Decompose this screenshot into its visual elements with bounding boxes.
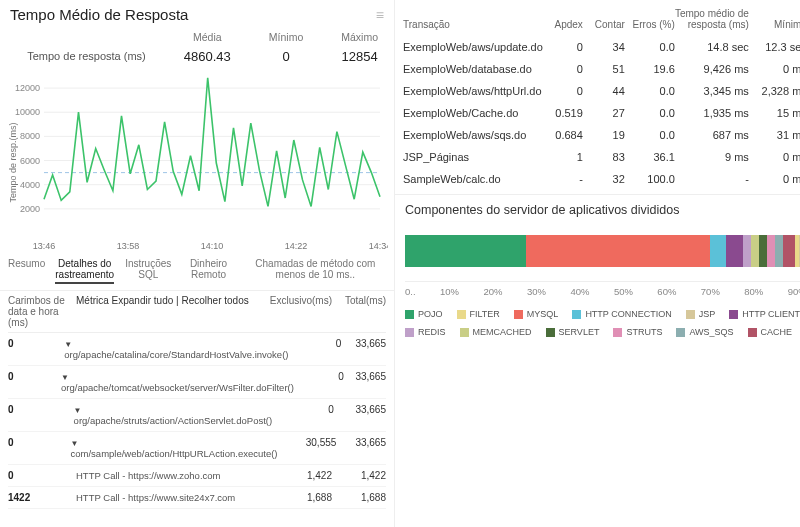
stacked-bar-chart[interactable] xyxy=(405,235,800,267)
td-err: 0.0 xyxy=(625,41,675,53)
trace-hdr-total: Total(ms) xyxy=(332,295,386,328)
svg-text:8000: 8000 xyxy=(20,131,40,141)
th-apdex: Apdex xyxy=(543,19,583,30)
segment-memcached[interactable] xyxy=(751,235,759,267)
trace-metric: HTTP Call - https://www.site24x7.com xyxy=(76,492,268,503)
tab-rastreamento[interactable]: Detalhes dorastreamento xyxy=(55,258,114,284)
legend-label: JSP xyxy=(699,309,716,319)
transaction-table: Transação Apdex Contar Erros (%) Tempo m… xyxy=(395,0,800,194)
axis-tick: 0.. xyxy=(405,286,416,297)
tab-metodo[interactable]: Chamadas de método com menos de 10 ms.. xyxy=(245,258,386,284)
legend-item-filter[interactable]: FILTER xyxy=(457,309,500,319)
td-apdex: 0 xyxy=(543,41,583,53)
transaction-row[interactable]: ExemploWeb/aws/httpUrl.do0440.03,345 ms2… xyxy=(403,80,800,102)
trace-row[interactable]: 0▼org/apache/tomcat/websocket/server/WsF… xyxy=(8,366,386,399)
trace-row[interactable]: 0HTTP Call - https://www.zoho.com1,4221,… xyxy=(8,465,386,487)
transaction-row[interactable]: JSP_Páginas18336.19 ms0 ms xyxy=(403,146,800,168)
th-min: Mínimo xyxy=(749,19,800,30)
trace-metric: HTTP Call - https://www.zoho.com xyxy=(76,470,268,481)
legend-item-aws-sqs[interactable]: AWS_SQS xyxy=(676,327,733,337)
td-apdex: 1 xyxy=(543,151,583,163)
transaction-row[interactable]: ExemploWeb/database.do05119.69,426 ms0 m… xyxy=(403,58,800,80)
trace-time: 0 xyxy=(8,371,61,393)
legend-item-cache[interactable]: CACHE xyxy=(748,327,793,337)
segment-struts[interactable] xyxy=(767,235,775,267)
legend-item-http-client[interactable]: HTTP CLIENT xyxy=(729,309,800,319)
trace-excl: 0 xyxy=(288,338,341,360)
td-min: 0 ms xyxy=(749,173,800,185)
trace-total: 33,665 xyxy=(334,404,386,426)
svg-text:14:10: 14:10 xyxy=(201,241,224,251)
tab-resumo[interactable]: Resumo xyxy=(8,258,45,284)
legend-swatch-icon xyxy=(676,328,685,337)
td-count: 32 xyxy=(583,173,625,185)
segment-http-client[interactable] xyxy=(726,235,742,267)
td-err: 0.0 xyxy=(625,85,675,97)
stat-min-hdr: Mínimo xyxy=(269,31,303,43)
transaction-row[interactable]: ExemploWeb/aws/update.do0340.014.8 sec12… xyxy=(403,36,800,58)
trace-row[interactable]: 0▼org/apache/struts/action/ActionServlet… xyxy=(8,399,386,432)
legend-item-http-connection[interactable]: HTTP CONNECTION xyxy=(572,309,671,319)
transaction-header: Transação Apdex Contar Erros (%) Tempo m… xyxy=(403,4,800,36)
caret-down-icon[interactable]: ▼ xyxy=(61,373,69,382)
axis-tick: 20% xyxy=(483,286,502,297)
trace-total: 33,665 xyxy=(341,338,386,360)
legend-swatch-icon xyxy=(405,310,414,319)
trace-time: 0 xyxy=(8,470,76,481)
caret-down-icon[interactable]: ▼ xyxy=(64,340,72,349)
tab-sql[interactable]: Instruções SQL xyxy=(124,258,172,284)
collapse-all-link[interactable]: Recolher todos xyxy=(181,295,248,306)
segment-redis[interactable] xyxy=(743,235,751,267)
legend-item-mysql[interactable]: MYSQL xyxy=(514,309,559,319)
svg-text:Tempo de resp.(ms): Tempo de resp.(ms) xyxy=(8,122,18,202)
trace-row[interactable]: 1422HTTP Call - https://www.site24x7.com… xyxy=(8,487,386,509)
legend-swatch-icon xyxy=(729,310,738,319)
segment-servlet[interactable] xyxy=(759,235,767,267)
legend-swatch-icon xyxy=(572,310,581,319)
line-chart[interactable]: 2000400060008000100001200013:4613:5814:1… xyxy=(0,66,394,256)
axis-tick: 30% xyxy=(527,286,546,297)
trace-metric: ▼org/apache/tomcat/websocket/server/WsFi… xyxy=(61,371,294,393)
trace-table: Carimbos de data e hora (ms) Métrica Exp… xyxy=(0,291,394,527)
td-err: 19.6 xyxy=(625,63,675,75)
td-min: 15 ms xyxy=(749,107,800,119)
transaction-row[interactable]: SampleWeb/calc.do-32100.0-0 ms xyxy=(403,168,800,190)
legend-item-memcached[interactable]: MEMCACHED xyxy=(460,327,532,337)
legend-label: FILTER xyxy=(470,309,500,319)
td-apdex: 0.684 xyxy=(543,129,583,141)
legend-item-redis[interactable]: REDIS xyxy=(405,327,446,337)
trace-row[interactable]: 0▼com/sample/web/action/HttpURLAction.ex… xyxy=(8,432,386,465)
legend-item-jsp[interactable]: JSP xyxy=(686,309,716,319)
legend-item-pojo[interactable]: POJO xyxy=(405,309,443,319)
segment-cache[interactable] xyxy=(783,235,795,267)
trace-total: 1,422 xyxy=(332,470,386,481)
tab-dinheiro[interactable]: Dinheiro Remoto xyxy=(182,258,234,284)
segment-pojo[interactable] xyxy=(405,235,526,267)
segment-aws-sqs[interactable] xyxy=(775,235,783,267)
segment-mysql[interactable] xyxy=(526,235,711,267)
svg-text:14:22: 14:22 xyxy=(285,241,308,251)
trace-row[interactable]: 0▼org/apache/catalina/core/StandardHostV… xyxy=(8,333,386,366)
td-avg: 687 ms xyxy=(675,129,749,141)
menu-icon[interactable]: ≡ xyxy=(376,7,384,23)
legend-swatch-icon xyxy=(457,310,466,319)
trace-excl: 1,422 xyxy=(268,470,332,481)
caret-down-icon[interactable]: ▼ xyxy=(74,406,82,415)
trace-metric: ▼com/sample/web/action/HttpURLAction.exe… xyxy=(71,437,278,459)
legend-label: MYSQL xyxy=(527,309,559,319)
legend-label: HTTP CONNECTION xyxy=(585,309,671,319)
transaction-row[interactable]: ExemploWeb/Cache.do0.519270.01,935 ms15 … xyxy=(403,102,800,124)
td-err: 0.0 xyxy=(625,129,675,141)
td-count: 83 xyxy=(583,151,625,163)
transaction-row[interactable]: ExemploWeb/aws/sqs.do0.684190.0687 ms31 … xyxy=(403,124,800,146)
svg-text:12000: 12000 xyxy=(15,83,40,93)
expand-all-link[interactable]: Expandir tudo xyxy=(112,295,174,306)
trace-header: Carimbos de data e hora (ms) Métrica Exp… xyxy=(8,295,386,333)
td-err: 36.1 xyxy=(625,151,675,163)
segment-http-connection[interactable] xyxy=(710,235,726,267)
caret-down-icon[interactable]: ▼ xyxy=(71,439,79,448)
legend-label: STRUTS xyxy=(626,327,662,337)
legend-item-struts[interactable]: STRUTS xyxy=(613,327,662,337)
stat-max-val: 12854 xyxy=(341,49,378,64)
legend-item-servlet[interactable]: SERVLET xyxy=(546,327,600,337)
